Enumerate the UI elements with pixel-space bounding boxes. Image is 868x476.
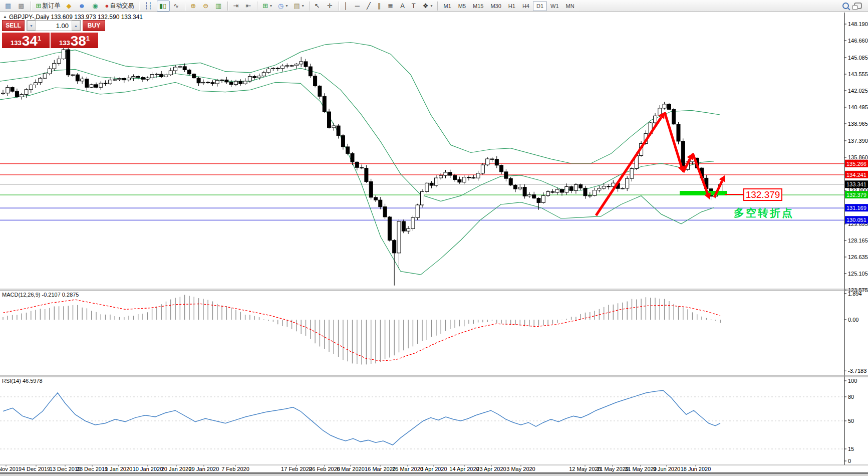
date-label: 31 May 2020 [625, 466, 657, 472]
svg-text:148.190: 148.190 [848, 21, 868, 27]
chevron-down-icon: ▾ [285, 4, 287, 8]
level-callout-box[interactable]: 132.379 [743, 188, 782, 201]
volume-increase-button[interactable]: ▲ [72, 21, 80, 31]
date-label: 4 Dec 2019 [22, 466, 50, 472]
ask-price-display[interactable]: 133 38 1 [51, 33, 98, 48]
svg-text:1.894: 1.894 [848, 291, 862, 297]
zoom-in-icon[interactable]: ⊕ [188, 1, 199, 12]
cursor-icon: ↖ [315, 3, 320, 9]
crosshair-icon[interactable]: ✛ [325, 1, 336, 12]
timeframe-w1-button[interactable]: W1 [547, 1, 562, 11]
channel-icon[interactable]: ∥ [375, 1, 385, 12]
date-label: 25 Nov 2019 [0, 466, 22, 472]
ask-pips: 38 [71, 34, 86, 48]
bid-price-display[interactable]: 133 34 1 [2, 33, 50, 48]
trendline-icon[interactable]: ╱ [364, 1, 374, 12]
signals-icon: ◉ [92, 3, 98, 9]
chart-shift-icon: ⇤ [245, 3, 251, 9]
chevron-down-icon: ▾ [430, 4, 432, 8]
zoom-out-icon[interactable]: ⊖ [200, 1, 212, 12]
chart-shift-icon[interactable]: ⇤ [243, 1, 254, 12]
metaeditor-icon[interactable]: ◆ [64, 1, 75, 12]
timeframe-m1-button[interactable]: M1 [440, 1, 454, 11]
bar-chart-icon: ┆┆ [144, 3, 152, 9]
new-chart-icon: ▦ [5, 3, 11, 9]
chart-profile-icon[interactable]: ▩ [16, 1, 28, 12]
turning-point-text[interactable]: 多空转折点 [734, 206, 794, 220]
autotrade-icon: ● [105, 3, 109, 9]
vertical-line-icon[interactable]: │ [342, 1, 352, 12]
periods-icon[interactable]: ◷▾ [275, 1, 290, 12]
price-axis: 148.190146.660145.085143.555142.025140.4… [844, 13, 868, 465]
timeframe-mn-button[interactable]: MN [562, 1, 578, 11]
chat-icon[interactable] [854, 3, 862, 9]
templates-icon[interactable]: ▤▾ [291, 1, 306, 12]
chevron-down-icon: ▾ [302, 4, 304, 8]
tile-windows-icon[interactable]: ▥ [213, 1, 225, 12]
shapes-icon: ❖ [423, 3, 429, 9]
date-label: 25 Mar 2020 [392, 466, 423, 472]
date-label: 6 Mar 2020 [337, 466, 365, 472]
svg-text:140.495: 140.495 [848, 104, 868, 110]
one-click-trading-panel: SELL ▼ 1.00 ▲ BUY 133 34 1 133 38 1 [2, 20, 105, 48]
zoom-in-icon: ⊕ [190, 3, 196, 9]
community-icon: ☻ [79, 3, 86, 9]
horizontal-line-icon[interactable]: ─ [353, 1, 363, 12]
new-chart-icon[interactable]: ▦ [3, 1, 15, 12]
sell-button[interactable]: SELL [2, 20, 25, 31]
vertical-line-icon: │ [344, 3, 348, 9]
date-label: 10 Jan 2020 [133, 466, 163, 472]
svg-text:100: 100 [848, 378, 857, 384]
signals-icon[interactable]: ◉ [90, 1, 101, 12]
svg-text:145.085: 145.085 [848, 55, 868, 61]
text-icon[interactable]: A [398, 1, 408, 12]
svg-text:130.051: 130.051 [846, 217, 866, 223]
crosshair-icon: ✛ [327, 3, 333, 9]
rsi-pane [0, 390, 844, 449]
svg-text:131.169: 131.169 [846, 205, 866, 211]
volume-value[interactable]: 1.00 [36, 21, 72, 31]
fibonacci-icon[interactable]: ≣ [385, 1, 397, 12]
pane-separators [0, 289, 868, 476]
bar-chart-icon[interactable]: ┆┆ [142, 1, 156, 12]
bid-integer: 133 [11, 39, 22, 47]
svg-text:142.025: 142.025 [848, 88, 868, 94]
svg-text:-3.7183: -3.7183 [848, 368, 866, 374]
shapes-icon[interactable]: ❖▾ [420, 1, 435, 12]
timeframe-d1-button[interactable]: D1 [533, 1, 547, 11]
svg-text:0: 0 [848, 458, 851, 464]
date-label: 3 May 2020 [506, 466, 535, 472]
label-icon[interactable]: T [409, 1, 419, 12]
cursor-icon[interactable]: ↖ [312, 1, 324, 12]
volume-stepper: ▼ 1.00 ▲ [27, 20, 81, 31]
search-icon[interactable] [842, 3, 849, 9]
timeframe-m30-button[interactable]: M30 [487, 1, 504, 11]
line-chart-icon[interactable]: ∿ [171, 1, 182, 12]
svg-text:135.860: 135.860 [848, 154, 868, 160]
svg-text:137.390: 137.390 [848, 138, 868, 144]
date-label: 7 Feb 2020 [221, 466, 249, 472]
label-icon: T [412, 3, 416, 9]
symbol-header: ▲GBPJPY-,Daily 133.609 133.973 132.590 1… [3, 14, 143, 21]
timeframe-h4-button[interactable]: H4 [519, 1, 533, 11]
autotrade-icon[interactable]: ●自动交易 [103, 1, 137, 12]
svg-text:0.00: 0.00 [848, 317, 858, 323]
chart-canvas[interactable]: 148.190146.660145.085143.555142.025140.4… [0, 0, 868, 476]
zoom-out-icon: ⊖ [203, 3, 208, 9]
svg-text:128.165: 128.165 [848, 237, 868, 244]
collapse-triangle-icon[interactable]: ▲ [3, 15, 7, 19]
buy-button[interactable]: BUY [83, 20, 105, 31]
indicators-icon[interactable]: ⊞▾ [260, 1, 274, 12]
svg-text:133.341: 133.341 [846, 181, 866, 187]
timeframe-m15-button[interactable]: M15 [469, 1, 487, 11]
candle-chart-icon[interactable]: ▮▯ [157, 1, 170, 12]
timeframe-h1-button[interactable]: H1 [505, 1, 519, 11]
community-icon[interactable]: ☻ [76, 1, 89, 12]
auto-scroll-icon[interactable]: ⇥ [230, 1, 242, 12]
top-toolbar: ▦▩⊞新订单◆☻◉●自动交易┆┆▮▯∿⊕⊖▥⇥⇤⊞▾◷▾▤▾↖✛│─╱∥≣AT❖… [0, 0, 868, 12]
timeframe-m5-button[interactable]: M5 [455, 1, 469, 11]
volume-decrease-button[interactable]: ▼ [27, 21, 36, 31]
support-highlight-bar[interactable] [680, 191, 727, 195]
new-order-icon[interactable]: ⊞新订单 [34, 1, 63, 12]
fibonacci-icon: ≣ [388, 3, 393, 9]
